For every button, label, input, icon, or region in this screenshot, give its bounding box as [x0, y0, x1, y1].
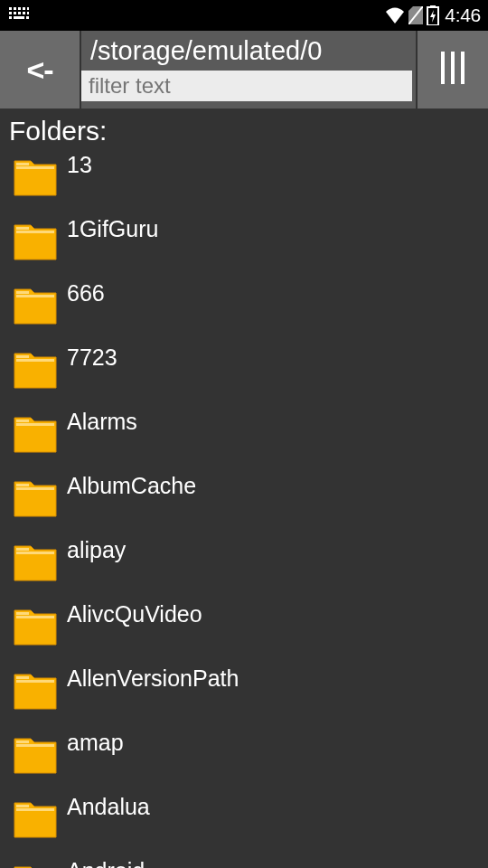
folder-icon [13, 220, 58, 261]
path-text[interactable]: /storage/emulated/0 [81, 31, 416, 71]
folder-icon [13, 669, 58, 711]
folder-item[interactable]: alipay [7, 537, 481, 598]
svg-rect-20 [16, 163, 29, 165]
app-bar: <- /storage/emulated/0 [0, 31, 488, 108]
folder-item[interactable]: Andalua [7, 794, 481, 854]
svg-rect-1 [9, 7, 12, 10]
folder-icon [13, 733, 58, 775]
folder-item[interactable]: AllenVersionPath [7, 665, 481, 726]
folder-icon [13, 348, 58, 390]
svg-rect-39 [16, 744, 54, 747]
svg-rect-36 [16, 676, 29, 679]
svg-rect-27 [16, 359, 54, 362]
folder-label: AlbumCache [67, 471, 196, 500]
filter-input[interactable] [81, 71, 412, 101]
status-bar: 4:46 [0, 0, 488, 31]
folder-icon [13, 797, 58, 839]
status-right: 4:46 [385, 5, 481, 26]
folder-list: 13 1GifGuru 666 [7, 152, 481, 868]
svg-rect-5 [27, 7, 29, 10]
svg-rect-2 [14, 7, 16, 10]
svg-rect-13 [26, 16, 29, 19]
content: Folders: 13 1GifGuru [0, 108, 488, 868]
svg-rect-24 [16, 291, 29, 294]
svg-rect-4 [23, 7, 25, 10]
folder-item[interactable]: AlbumCache [7, 473, 481, 533]
svg-rect-7 [14, 12, 16, 14]
svg-rect-34 [16, 612, 29, 615]
svg-rect-33 [16, 552, 54, 554]
svg-rect-29 [16, 423, 54, 426]
svg-rect-3 [18, 7, 21, 10]
folder-icon [13, 156, 58, 197]
folder-item[interactable]: 666 [7, 280, 481, 341]
folder-icon [13, 541, 58, 582]
folder-item[interactable]: 7723 [7, 344, 481, 405]
svg-rect-9 [23, 12, 25, 14]
svg-rect-31 [16, 487, 54, 490]
folder-item[interactable]: Android [7, 858, 481, 868]
svg-rect-18 [451, 52, 455, 84]
svg-rect-41 [16, 808, 54, 811]
folder-item[interactable]: AlivcQuVideo [7, 601, 481, 662]
svg-rect-11 [9, 16, 12, 19]
folder-label: amap [67, 728, 124, 757]
folder-item[interactable]: Alarms [7, 409, 481, 469]
svg-rect-6 [9, 12, 12, 14]
menu-button[interactable] [416, 31, 488, 108]
svg-rect-8 [18, 12, 21, 14]
svg-rect-40 [16, 805, 29, 807]
folder-label: AlivcQuVideo [67, 599, 202, 628]
svg-rect-35 [16, 616, 54, 618]
status-time: 4:46 [445, 5, 481, 26]
svg-rect-10 [27, 12, 29, 14]
svg-rect-28 [16, 420, 29, 422]
folder-item[interactable]: 13 [7, 152, 481, 212]
folder-icon [13, 412, 58, 454]
section-title: Folders: [7, 116, 481, 152]
folder-item[interactable]: amap [7, 730, 481, 790]
svg-rect-25 [16, 295, 54, 297]
folder-label: Alarms [67, 407, 137, 436]
folder-label: AllenVersionPath [67, 664, 239, 693]
no-sim-icon [408, 6, 423, 24]
svg-rect-38 [16, 741, 29, 743]
folder-label: 666 [67, 278, 105, 307]
back-arrow-icon: <- [26, 52, 52, 88]
svg-rect-37 [16, 680, 54, 683]
folder-label: 1GifGuru [67, 214, 158, 243]
folder-label: 7723 [67, 343, 117, 372]
folder-item[interactable]: 1GifGuru [7, 216, 481, 277]
keyboard-icon [7, 5, 31, 26]
folder-icon [13, 605, 58, 646]
svg-rect-21 [16, 166, 54, 169]
status-left [7, 5, 31, 26]
svg-rect-17 [441, 52, 445, 84]
svg-rect-19 [461, 52, 465, 84]
svg-rect-32 [16, 548, 29, 551]
folder-label: Android [67, 856, 145, 868]
svg-rect-30 [16, 484, 29, 486]
folder-icon [13, 284, 58, 326]
svg-rect-22 [16, 227, 29, 230]
svg-rect-23 [16, 231, 54, 233]
path-section: /storage/emulated/0 [81, 31, 416, 108]
folder-label: Andalua [67, 792, 150, 821]
folder-icon [13, 862, 58, 868]
back-button[interactable]: <- [0, 31, 81, 108]
wifi-icon [385, 7, 405, 24]
svg-rect-26 [16, 355, 29, 358]
folder-label: alipay [67, 535, 126, 564]
menu-icon [437, 50, 468, 90]
battery-charging-icon [427, 5, 439, 25]
folder-label: 13 [67, 150, 92, 179]
folder-icon [13, 476, 58, 518]
svg-rect-12 [14, 16, 24, 19]
